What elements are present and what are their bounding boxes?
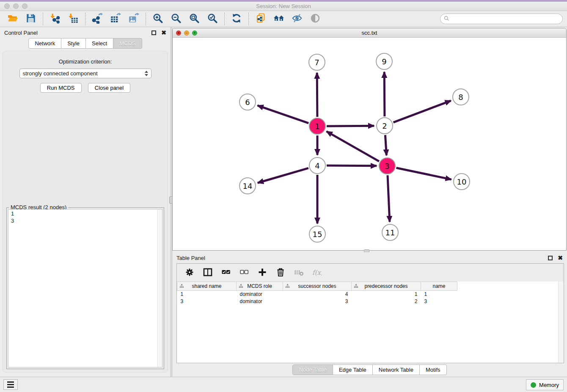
- node-8[interactable]: 8: [452, 88, 469, 105]
- zoom-in-button[interactable]: [152, 13, 164, 25]
- edge-2-8[interactable]: [394, 101, 451, 122]
- close-panel-icon[interactable]: ✖: [161, 30, 166, 35]
- edge-3-11[interactable]: [388, 175, 390, 222]
- float-panel-icon[interactable]: [548, 256, 553, 260]
- status-menu-button[interactable]: [3, 379, 18, 390]
- node-1[interactable]: 1: [309, 118, 326, 135]
- split-view-button[interactable]: [202, 267, 213, 278]
- node-11[interactable]: 11: [382, 224, 399, 241]
- tab-network[interactable]: Network: [28, 38, 61, 49]
- tab-node-table[interactable]: Node Table: [292, 364, 333, 375]
- window-title: Session: New Session: [0, 3, 567, 9]
- zoom-out-button[interactable]: [170, 13, 182, 25]
- search-box[interactable]: [440, 14, 563, 24]
- import-table-button[interactable]: [67, 13, 79, 25]
- column-header-mcds_role[interactable]: MCDS role: [237, 282, 283, 291]
- network-canvas[interactable]: 1234678910111415: [173, 38, 566, 250]
- delete-column-button[interactable]: [275, 267, 286, 278]
- edge-4-14[interactable]: [258, 168, 308, 183]
- table-row[interactable]: 1dominator411: [177, 291, 457, 298]
- edge-1-6[interactable]: [258, 105, 309, 123]
- save-session-icon: [25, 13, 36, 25]
- edge-2-3[interactable]: [385, 135, 386, 155]
- table-row[interactable]: 3dominator323: [177, 298, 457, 305]
- network-minimize-icon[interactable]: −: [184, 30, 189, 36]
- column-label: successor nodes: [298, 283, 336, 289]
- delete-column-icon: [275, 267, 286, 279]
- export-table-icon: [110, 13, 121, 25]
- svg-text:f(x): f(x): [312, 268, 322, 276]
- duplicate-network-button[interactable]: [255, 13, 267, 25]
- import-table-icon: [68, 13, 79, 25]
- function-builder-icon: f(x): [312, 267, 322, 279]
- criterion-selected-value: strongly connected component: [23, 70, 98, 77]
- table-panel: Table Panel ✖ f(x) shared nameMCDS roles…: [172, 252, 567, 377]
- window-titlebar: Session: New Session: [0, 2, 567, 11]
- memory-status-icon: [531, 382, 536, 388]
- tab-style[interactable]: Style: [61, 38, 86, 49]
- column-header-successor_nodes[interactable]: successor nodes: [283, 282, 352, 291]
- node-table[interactable]: shared nameMCDS rolesuccessor nodesprede…: [177, 282, 457, 305]
- first-neighbors-button[interactable]: [273, 13, 285, 25]
- delete-table-button: [293, 267, 304, 278]
- node-14[interactable]: 14: [239, 177, 256, 194]
- mcds-result-text[interactable]: 1 3: [8, 209, 162, 367]
- node-4[interactable]: 4: [309, 157, 326, 174]
- hide-selected-icon: [292, 13, 303, 25]
- tab-select[interactable]: Select: [86, 38, 113, 49]
- table-scrollbar[interactable]: [558, 282, 564, 363]
- zoom-selected-button[interactable]: [206, 13, 218, 25]
- hide-selected-button[interactable]: [291, 13, 303, 25]
- close-panel-icon[interactable]: ✖: [558, 256, 563, 260]
- duplicate-network-icon: [255, 13, 266, 25]
- column-header-predecessor_nodes[interactable]: predecessor nodes: [352, 282, 421, 291]
- node-15[interactable]: 15: [309, 226, 326, 243]
- edge-3-10[interactable]: [396, 168, 451, 179]
- refresh-layout-button[interactable]: [231, 13, 242, 25]
- zoom-fit-button[interactable]: [188, 13, 200, 25]
- close-panel-button[interactable]: Close panel: [88, 83, 131, 93]
- tab-network-table[interactable]: Network Table: [373, 364, 420, 375]
- float-panel-icon[interactable]: [151, 30, 156, 35]
- memory-button[interactable]: Memory: [526, 379, 564, 390]
- result-scrollbar[interactable]: [157, 210, 162, 367]
- criterion-select[interactable]: strongly connected component: [19, 69, 151, 78]
- column-header-shared_name[interactable]: shared name: [177, 282, 237, 291]
- export-image-icon: [128, 13, 139, 25]
- edge-1-7[interactable]: [317, 73, 317, 117]
- import-network-button[interactable]: [49, 13, 61, 25]
- network-close-icon[interactable]: ✕: [176, 30, 181, 36]
- show-all-button[interactable]: [309, 13, 321, 25]
- function-builder-button: f(x): [311, 267, 322, 278]
- network-maximize-icon[interactable]: +: [192, 30, 197, 36]
- add-column-button[interactable]: [257, 267, 268, 278]
- attribute-tree-icon: [239, 284, 243, 290]
- run-mcds-button[interactable]: Run MCDS: [40, 83, 82, 93]
- export-table-button[interactable]: [110, 13, 121, 25]
- tab-mcds[interactable]: MCDS: [113, 38, 142, 49]
- node-2[interactable]: 2: [376, 117, 393, 134]
- search-input[interactable]: [451, 15, 562, 23]
- select-all-button[interactable]: [220, 267, 231, 278]
- node-9[interactable]: 9: [376, 53, 393, 70]
- node-10[interactable]: 10: [453, 173, 470, 190]
- export-image-button[interactable]: [128, 13, 140, 25]
- edge-3-1[interactable]: [327, 131, 379, 161]
- open-file-button[interactable]: [7, 13, 19, 25]
- node-7[interactable]: 7: [308, 54, 325, 71]
- tab-motifs[interactable]: Motifs: [420, 364, 447, 375]
- column-header-name[interactable]: name: [421, 282, 457, 291]
- edge-1-2[interactable]: [327, 126, 374, 126]
- node-3[interactable]: 3: [379, 157, 396, 174]
- edge-4-3[interactable]: [327, 166, 377, 166]
- save-session-button[interactable]: [25, 13, 37, 25]
- first-neighbors-icon: [273, 13, 284, 25]
- node-6[interactable]: 6: [239, 94, 256, 110]
- tab-edge-table[interactable]: Edge Table: [333, 364, 373, 375]
- deselect-all-button[interactable]: [239, 267, 250, 278]
- edge-2-9[interactable]: [384, 72, 385, 116]
- export-network-button[interactable]: [91, 13, 103, 25]
- zoom-selected-icon: [207, 13, 218, 25]
- gear-button[interactable]: [184, 267, 195, 278]
- search-icon: [444, 16, 449, 22]
